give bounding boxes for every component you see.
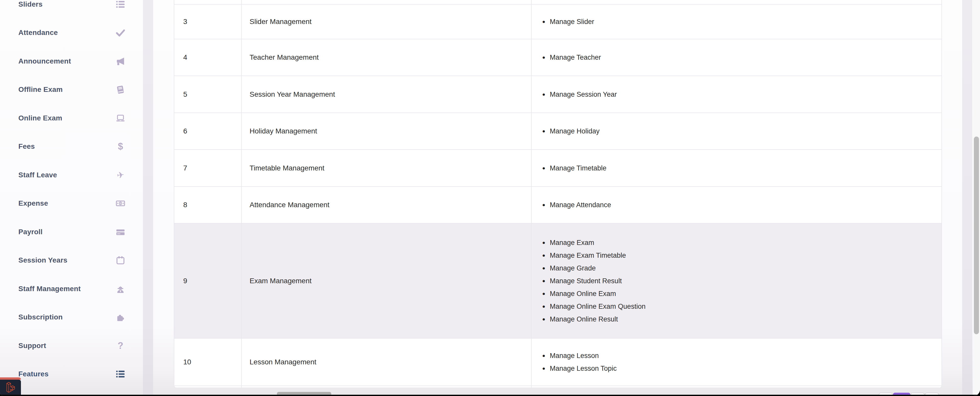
sidebar-item-payroll[interactable]: Payroll bbox=[0, 218, 143, 246]
permissions-table: 3Slider ManagementManage Slider4Teacher … bbox=[174, 0, 942, 388]
sidebar-item-label: Staff Leave bbox=[18, 171, 57, 179]
sidebar-item-label: Session Years bbox=[18, 256, 67, 264]
sidebar-item-label: Sliders bbox=[18, 0, 43, 8]
cell-permissions: Manage Session Year bbox=[531, 76, 942, 113]
permission-list: Manage Timetable bbox=[531, 162, 606, 175]
list-icon bbox=[115, 0, 126, 10]
sidebar-item-sliders[interactable]: Sliders bbox=[0, 0, 143, 19]
permission-item: Manage Lesson bbox=[542, 349, 617, 362]
cell-number: 6 bbox=[174, 113, 241, 149]
permission-list: Manage LessonManage Lesson Topic bbox=[531, 349, 617, 375]
table-row: 6Holiday ManagementManage Holiday bbox=[174, 113, 942, 149]
cell-number bbox=[174, 386, 241, 388]
sidebar-item-label: Fees bbox=[18, 142, 35, 151]
sidebar-item-staff-leave[interactable]: Staff Leave✈ bbox=[0, 161, 143, 189]
megaphone-icon bbox=[115, 56, 126, 67]
permission-item: Manage Teacher bbox=[542, 51, 601, 64]
permission-item: Manage Online Exam bbox=[542, 287, 646, 300]
book-icon bbox=[115, 84, 126, 95]
cell-permissions: Manage ExamManage Exam TimetableManage G… bbox=[531, 224, 942, 338]
sidebar-item-label: Features bbox=[18, 370, 48, 378]
table-row: 3Slider ManagementManage Slider bbox=[174, 4, 942, 39]
content-scrollbar-track[interactable] bbox=[962, 0, 972, 396]
cell-name bbox=[241, 386, 531, 388]
laravel-debugbar-toggle[interactable] bbox=[0, 377, 21, 396]
permission-item: Manage Grade bbox=[542, 262, 646, 275]
cell-permissions: Manage Holiday bbox=[531, 113, 942, 149]
sidebar-item-label: Support bbox=[18, 342, 46, 350]
dollar-icon: $ bbox=[115, 141, 126, 152]
cell-permissions: Manage Slider bbox=[531, 5, 942, 39]
cell-name bbox=[241, 0, 531, 4]
sidebar-item-offline-exam[interactable]: Offline Exam bbox=[0, 76, 143, 104]
cell-number: 5 bbox=[174, 76, 241, 113]
sidebar-item-staff-management[interactable]: Staff Management bbox=[0, 275, 143, 303]
cell-name: Session Year Management bbox=[241, 76, 531, 113]
cell-name: Timetable Management bbox=[241, 150, 531, 186]
cell-name: Attendance Management bbox=[241, 187, 531, 223]
sidebar-scrollbar-track[interactable] bbox=[143, 0, 153, 396]
vertical-scrollbar-thumb[interactable] bbox=[974, 137, 979, 334]
table-row: 9Exam ManagementManage ExamManage Exam T… bbox=[174, 223, 942, 338]
cell-name: Lesson Management bbox=[241, 339, 531, 385]
sidebar-menu: SlidersAttendanceAnnouncementOffline Exa… bbox=[0, 0, 143, 388]
cell-number: 4 bbox=[174, 39, 241, 76]
user-secret-icon bbox=[115, 283, 126, 294]
cell-permissions: Manage Attendance bbox=[531, 187, 942, 223]
sidebar-item-label: Payroll bbox=[18, 228, 43, 236]
cell-name: Holiday Management bbox=[241, 113, 531, 149]
permission-item: Manage Exam Timetable bbox=[542, 249, 646, 262]
cell-permissions: Manage LessonManage Lesson Topic bbox=[531, 339, 942, 385]
permission-item: Manage Student Result bbox=[542, 275, 646, 287]
list-icon bbox=[115, 369, 126, 380]
debugbar-badge-accent bbox=[0, 377, 21, 380]
table-row-partial-top bbox=[174, 0, 942, 4]
sidebar-item-attendance[interactable]: Attendance bbox=[0, 19, 143, 47]
cell-name: Exam Management bbox=[241, 224, 531, 338]
sidebar-item-announcement[interactable]: Announcement bbox=[0, 47, 143, 76]
sidebar-item-fees[interactable]: Fees$ bbox=[0, 132, 143, 161]
sidebar-item-label: Expense bbox=[18, 199, 48, 207]
check-icon bbox=[115, 27, 126, 38]
sidebar-item-support[interactable]: Support? bbox=[0, 331, 143, 360]
sidebar-item-label: Announcement bbox=[18, 57, 71, 65]
permission-list: Manage Holiday bbox=[531, 125, 600, 138]
cell-permissions: Manage Timetable bbox=[531, 150, 942, 186]
sidebar-item-subscription[interactable]: Subscription bbox=[0, 303, 143, 332]
permission-item: Manage Attendance bbox=[542, 199, 611, 211]
permission-item: Manage Session Year bbox=[542, 88, 617, 101]
permission-item: Manage Holiday bbox=[542, 125, 600, 138]
cell-number bbox=[174, 0, 241, 4]
permission-item: Manage Slider bbox=[542, 15, 594, 28]
permission-list: Manage Session Year bbox=[531, 88, 617, 101]
cell-number: 9 bbox=[174, 224, 241, 338]
question-icon: ? bbox=[115, 340, 126, 351]
table-row: 8Attendance ManagementManage Attendance bbox=[174, 186, 942, 223]
cell-permissions: Manage Teacher bbox=[531, 39, 942, 76]
sidebar: SlidersAttendanceAnnouncementOffline Exa… bbox=[0, 0, 143, 396]
sidebar-item-online-exam[interactable]: Online Exam bbox=[0, 104, 143, 132]
money-bill-icon bbox=[115, 198, 126, 209]
window-scrollbar-track[interactable] bbox=[973, 0, 980, 396]
cell-permissions bbox=[531, 0, 942, 4]
permission-item: Manage Online Exam Question bbox=[542, 300, 646, 313]
window-bottom-edge bbox=[0, 395, 980, 396]
calendar-icon bbox=[115, 254, 126, 266]
cell-name: Slider Management bbox=[241, 5, 531, 39]
permission-item: Manage Lesson Topic bbox=[542, 362, 617, 375]
cell-number: 10 bbox=[174, 339, 241, 385]
table-row: 5Session Year ManagementManage Session Y… bbox=[174, 76, 942, 113]
credit-card-icon bbox=[115, 226, 126, 237]
sidebar-item-features[interactable]: Features bbox=[0, 360, 143, 389]
sidebar-item-expense[interactable]: Expense bbox=[0, 189, 143, 218]
browser-viewport: SlidersAttendanceAnnouncementOffline Exa… bbox=[0, 0, 980, 396]
sidebar-item-label: Online Exam bbox=[18, 114, 62, 122]
plane-icon: ✈ bbox=[115, 169, 126, 181]
permission-list: Manage ExamManage Exam TimetableManage G… bbox=[531, 236, 646, 326]
cell-number: 7 bbox=[174, 150, 241, 186]
sidebar-item-label: Subscription bbox=[18, 313, 63, 321]
table-row: 4Teacher ManagementManage Teacher bbox=[174, 39, 942, 76]
sidebar-item-label: Attendance bbox=[18, 29, 58, 37]
sidebar-item-label: Staff Management bbox=[18, 285, 81, 293]
sidebar-item-session-years[interactable]: Session Years bbox=[0, 246, 143, 275]
